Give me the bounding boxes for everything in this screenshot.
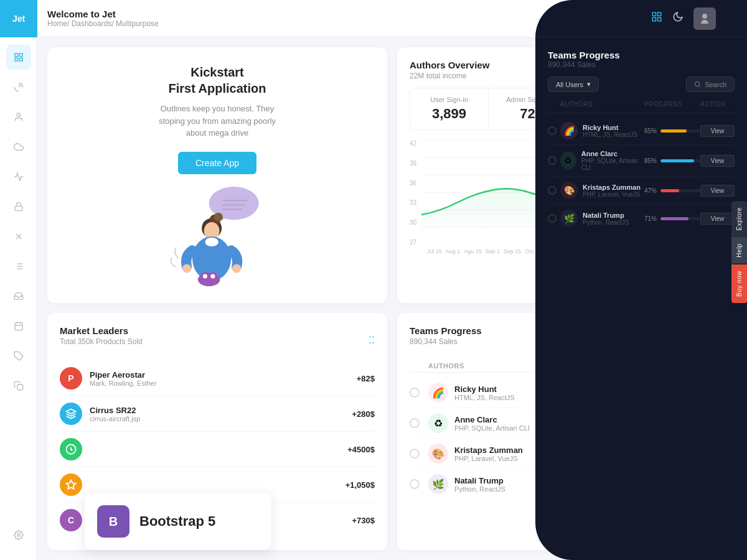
dark-teams-subtitle: 890,344 Sales [548,60,735,69]
team-checkbox-3[interactable] [410,449,420,459]
explore-tab[interactable]: Explore [731,201,747,236]
teams-subtitle: 890,344 Sales [410,337,482,346]
author-name-ricky: Ricky Hunt [454,385,515,394]
dark-view-natali[interactable]: View [700,213,735,225]
dark-skill-natali: Python, ReactJS [583,219,629,226]
kickstart-title: Kickstart First Application [168,64,266,96]
market-info-cirrus: Cirrus SR22 cirrus-aircraft.jsp [90,406,352,422]
sidebar-item-cloud[interactable] [6,134,31,159]
svg-rect-13 [19,58,22,61]
dark-team-row: 🌈 Ricky Hunt HTML, JS, ReactJS 65% View [548,117,735,145]
market-value-cessna: +730$ [352,516,375,525]
dark-grid-icon[interactable] [651,11,662,26]
dark-col-action: ACTION [700,101,735,108]
sidebar-item-tools[interactable] [6,343,31,368]
kickstart-description: Outlines keep you honest. They stoping y… [149,103,286,139]
stat-label-user: User Sign-in [416,96,482,103]
author-info-anne: Anne Clarc PHP, SQLite, Artisan CLI [454,415,530,432]
dark-avatar[interactable] [693,7,716,30]
market-tags-3 [90,450,347,458]
dark-view-ricky[interactable]: View [700,125,735,137]
authors-title: Authors Overview [410,60,489,70]
dark-avatar-kristaps: 🎨 [560,182,578,199]
dark-avatar-natali: 🌿 [560,210,578,227]
sidebar-item-user[interactable] [6,105,31,129]
sidebar-item-grid[interactable] [6,45,31,70]
dark-teams-title-section: Teams Progress 890,344 Sales [548,50,735,69]
sidebar-item-close[interactable] [6,224,31,249]
help-tab[interactable]: Help [731,237,747,264]
market-icon-cirrus [60,403,82,425]
sidebar-item-inbox[interactable] [6,284,31,309]
team-checkbox-1[interactable] [410,388,420,398]
svg-rect-59 [652,12,655,16]
market-header: Market Leaders Total 350k Products Sold … [60,325,375,355]
author-name-natali: Natali Trump [454,476,505,485]
author-info-ricky: Ricky Hunt HTML, JS, ReactJS [454,385,515,401]
sidebar-item-lock[interactable] [6,194,31,219]
dark-name-kristaps: Kristaps Zumman [583,184,641,191]
market-name-piper: Piper Aerostar [90,370,357,380]
market-tags-4 [90,486,345,493]
sidebar-item-fingerprint[interactable] [6,75,31,100]
market-title-section: Market Leaders Total 350k Products Sold [60,325,143,355]
dark-checkbox-3[interactable] [548,186,557,195]
dark-team-row: 🌿 Natali Trump Python, ReactJS 71% View [548,205,735,232]
market-info-4 [90,477,345,493]
dark-progress-ricky: 65% [644,128,700,134]
sidebar-item-chart[interactable] [6,164,31,189]
dark-pct-anne: 85% [644,157,658,164]
bootstrap-text: Bootstrap 5 [139,513,215,530]
dark-checkbox-2[interactable] [548,156,557,165]
author-skills-ricky: HTML, JS, ReactJS [454,394,515,401]
author-name-anne: Anne Clarc [454,415,530,424]
dark-col-progress: PROGRESS [644,101,700,108]
page-title-section: Welcome to Jet Home/ Dashboards/ Multipu… [37,9,603,28]
team-checkbox-2[interactable] [410,418,420,428]
dark-author-anne: ♻ Anne Clarc PHP, SQLite, Artisan CLI [560,150,644,171]
dark-checkbox-1[interactable] [548,126,557,135]
svg-rect-62 [652,18,655,21]
market-name-3 [90,441,347,450]
dark-progress-natali: 71% [644,215,700,222]
dark-checkbox-4[interactable] [548,214,557,223]
svg-point-41 [205,238,218,246]
dark-name-ricky: Ricky Hunt [583,124,637,131]
dark-name-natali: Natali Trump [583,212,629,219]
dark-search-box[interactable]: Search [686,77,735,92]
market-icon-piper: P [60,367,82,390]
market-value-piper: +82$ [357,374,375,383]
dark-panel: Teams Progress 890,344 Sales All Users ▾… [535,0,747,560]
teams-title: Teams Progress [410,325,482,336]
sidebar-item-copy[interactable] [6,373,31,398]
create-app-button[interactable]: Create App [178,152,256,174]
author-avatar-anne: ♻ [428,413,448,433]
svg-rect-29 [17,385,23,390]
svg-point-42 [182,264,191,273]
market-title: Market Leaders [60,325,143,336]
svg-rect-14 [15,58,18,61]
dark-info-ricky: Ricky Hunt HTML, JS, ReactJS [583,124,637,138]
sidebar-item-list[interactable] [6,254,31,279]
market-tags-piper: Mark, Rowling, Esther [90,380,357,387]
dark-pct-ricky: 65% [644,128,658,134]
breadcrumb: Home/ Dashboards/ Multipurpose [47,19,603,28]
market-name-cirrus: Cirrus SR22 [90,406,352,415]
dark-bar-ricky [660,129,700,133]
dark-view-anne[interactable]: View [700,155,735,167]
logo[interactable]: Jet [0,0,37,37]
team-checkbox-4[interactable] [410,479,420,489]
sidebar-item-settings[interactable] [6,523,31,548]
market-more-icon[interactable]: ⁚⁚ [369,334,375,346]
dark-progress-anne: 85% [644,157,700,164]
svg-point-47 [203,274,207,278]
dark-moon-icon[interactable] [672,11,684,26]
dark-panel-header [535,0,747,37]
dark-fill-ricky [660,129,687,133]
dark-view-kristaps[interactable]: View [700,185,735,197]
dark-info-natali: Natali Trump Python, ReactJS [583,212,629,226]
dark-users-select[interactable]: All Users ▾ [548,77,599,92]
buy-now-tab[interactable]: Buy now [731,264,747,303]
dark-fill-anne [660,159,694,162]
sidebar-item-calendar[interactable] [6,314,31,338]
